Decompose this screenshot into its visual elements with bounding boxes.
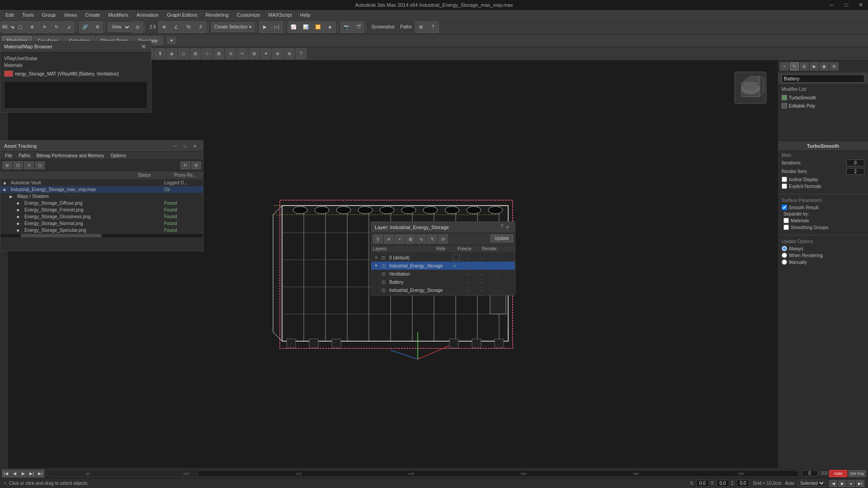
schematic-view-btn[interactable]: 🔀 [312, 21, 324, 33]
tool-target-weld-icon[interactable]: ⊹ [202, 48, 212, 59]
select-filter-dropdown[interactable]: All [2, 21, 14, 33]
fresnel-row[interactable]: ■ Energy_Storage_Fresnel.png Found [0, 206, 203, 213]
asset-tracking-btn[interactable]: ⊞ [415, 21, 427, 33]
layer-close-button[interactable]: ✕ [504, 224, 511, 231]
layer-options-btn-4[interactable]: ⟳ [438, 235, 448, 244]
tool-bridge-icon[interactable]: ⊞ [190, 48, 201, 59]
layer-ventilation-row[interactable]: ◫ Ventilation — — — [371, 270, 515, 278]
curve-editor-btn[interactable]: 📈 [288, 21, 299, 33]
select-tool-btn[interactable]: ▢ [14, 21, 26, 33]
mat-browser-close-button[interactable]: ✕ [140, 43, 147, 50]
menu-help[interactable]: Help [297, 11, 314, 19]
layer-vray-icon[interactable]: V [373, 235, 383, 244]
move-tool-btn[interactable]: ✛ [38, 21, 50, 33]
asset-paths-menu[interactable]: Paths [16, 153, 33, 159]
percent-snap-btn[interactable]: % [183, 21, 194, 33]
menu-views[interactable]: Views [60, 11, 80, 19]
asset-close-button[interactable]: ✕ [190, 142, 199, 150]
asset-refresh-btn[interactable]: ↻ [180, 161, 190, 169]
play-anim-btn[interactable]: ▶ [19, 469, 27, 478]
auto-key-btn[interactable]: Auto [829, 470, 847, 477]
minimize-button[interactable]: ─ [825, 0, 839, 10]
tool-quickslice-icon[interactable]: ⊞ [249, 48, 259, 59]
tool-extrude-icon[interactable]: ⬆ [155, 48, 165, 59]
vault-row[interactable]: ◆ Autodesk Vault Logged O... [0, 179, 203, 186]
normal-row[interactable]: ■ Energy_Storage_Normal.png Found [0, 220, 203, 227]
layer-help-btn[interactable]: ? [500, 224, 503, 231]
spinner-snap-btn[interactable]: # [195, 21, 207, 33]
tool-cut-icon[interactable]: ✂ [237, 48, 248, 59]
viewport-mode-dropdown[interactable]: View [108, 22, 131, 32]
display-icon[interactable]: ◉ [820, 62, 829, 70]
smooth-result-checkbox[interactable] [782, 205, 787, 210]
next-nav-btn[interactable]: ▶ [838, 480, 846, 487]
asset-bitmap-menu[interactable]: Bitmap Performance and Memory [34, 153, 107, 159]
glossiness-row[interactable]: ■ Energy_Storage_Glossiness.png Found [0, 213, 203, 220]
maps-folder-row[interactable]: ▶ Maps / Shaders [0, 193, 203, 200]
quick-render-btn[interactable]: 🎬 [353, 21, 364, 33]
menu-animation[interactable]: Animation [133, 11, 162, 19]
asset-tb-btn-2[interactable]: ⊡ [13, 161, 23, 169]
main-file-row[interactable]: ■ Industrial_Energy_Storage_max_vray.max… [0, 186, 203, 193]
current-frame-input[interactable] [802, 470, 818, 476]
modify-icon[interactable]: ✎ [790, 62, 799, 70]
menu-rendering[interactable]: Rendering [202, 11, 232, 19]
tool-chamfer-icon[interactable]: ◇ [178, 48, 189, 59]
mat-item-row[interactable]: nergy_Storage_MAT (VRayMtl) [Battery, Ve… [4, 70, 147, 78]
timeline[interactable]: 80 100 120 140 160 180 200 [48, 470, 798, 477]
layer-options-btn-1[interactable]: ⊞ [406, 235, 415, 244]
tool-relax-icon[interactable]: ⊛ [272, 48, 283, 59]
next-frame-btn[interactable]: ▶| [28, 469, 36, 478]
menu-create[interactable]: Create [81, 11, 104, 19]
tool-detach-icon[interactable]: ⊖ [225, 48, 236, 59]
tool-help-icon[interactable]: ? [296, 48, 307, 59]
render-iters-input[interactable] [846, 168, 864, 175]
menu-tools[interactable]: Tools [19, 11, 38, 19]
menu-group[interactable]: Group [38, 11, 60, 19]
menu-edit[interactable]: Edit [2, 11, 18, 19]
maximize-button[interactable]: □ [839, 0, 854, 10]
diffuse-row[interactable]: ■ Energy_Storage_Diffuse.png Found [0, 200, 203, 206]
asset-options-menu[interactable]: Options [108, 153, 128, 159]
mode-extra-dropdown[interactable]: ▾ [167, 37, 176, 44]
navigation-cube[interactable] [732, 70, 769, 106]
layer-energy-sub-row[interactable]: ◫ Industrial_Energy_Storage — — — [371, 286, 515, 294]
materials-checkbox[interactable] [783, 218, 789, 223]
mat-browser-header[interactable]: Material/Map Browser ✕ [0, 41, 151, 52]
rotate-tool-btn[interactable]: ↻ [51, 21, 62, 33]
play-btn[interactable]: ▶ [259, 21, 271, 33]
motion-icon[interactable]: ▶ [810, 62, 819, 70]
layer-options-btn-3[interactable]: ↰ [427, 235, 437, 244]
material-editor-btn[interactable]: ◈ [324, 21, 336, 33]
tool-bevel-icon[interactable]: ◈ [166, 48, 177, 59]
tool-generate-icon[interactable]: ⊕ [284, 48, 295, 59]
render-btn[interactable]: 📷 [340, 21, 352, 33]
paths-label[interactable]: Paths [397, 24, 415, 29]
prev-frame-btn[interactable]: ◀ [10, 469, 19, 478]
explicit-normals-checkbox[interactable] [782, 183, 787, 189]
layer-add-btn[interactable]: + [395, 235, 405, 244]
end-nav-btn[interactable]: ▶| [856, 480, 864, 487]
menu-customize[interactable]: Customize [233, 11, 264, 19]
asset-tb-btn-1[interactable]: ⊞ [2, 161, 12, 169]
key-filter-btn[interactable]: ▸ [847, 480, 855, 487]
turbosmooth-modifier[interactable]: TurboSmooth [778, 94, 868, 102]
layer-battery-row[interactable]: ◫ Battery — — — [371, 278, 515, 286]
utilities-icon[interactable]: ⚙ [830, 62, 839, 70]
go-end-btn[interactable]: ▶| [36, 469, 44, 478]
select-region-btn[interactable]: ⊕ [26, 21, 38, 33]
prev-nav-btn[interactable]: ◀ [829, 480, 837, 487]
layer-delete-btn[interactable]: ✕ [384, 235, 394, 244]
when-rendering-radio[interactable] [782, 253, 787, 258]
menu-modifiers[interactable]: Modifiers [104, 11, 132, 19]
dope-sheet-btn[interactable]: 📊 [300, 21, 311, 33]
create-selection-dropdown[interactable]: Create Selection ▾ [211, 22, 255, 32]
manually-radio[interactable] [782, 259, 787, 265]
hierarchy-icon[interactable]: ⊞ [800, 62, 809, 70]
ref-coord-btn[interactable]: ◎ [132, 21, 143, 33]
bind-btn[interactable]: ⚙ [91, 21, 103, 33]
go-start-btn[interactable]: |◀ [2, 469, 10, 478]
editable-poly-modifier[interactable]: Editable Poly [778, 102, 868, 110]
iterations-input[interactable] [846, 160, 864, 166]
object-name-input[interactable] [782, 75, 864, 83]
